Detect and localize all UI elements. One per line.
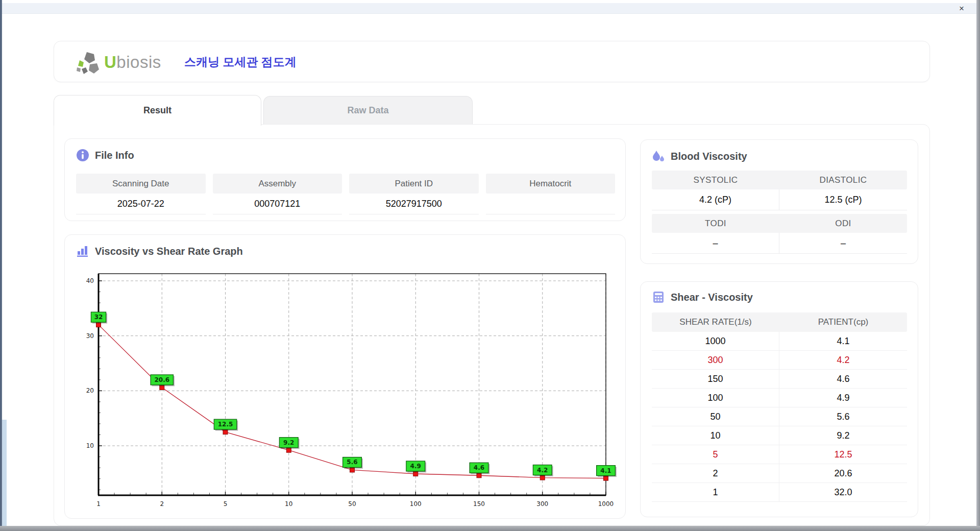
- file-info-title-row: File Info: [76, 149, 134, 162]
- shear-table-row: 109.2: [652, 426, 907, 445]
- point-label-text: 4.6: [474, 464, 484, 471]
- tab-raw-data[interactable]: Raw Data: [263, 96, 473, 125]
- blood-viscosity-value-row: ––: [652, 233, 907, 254]
- file-info-title: File Info: [95, 150, 134, 161]
- patient-viscosity-cell: 12.5: [779, 445, 907, 464]
- logo-letters-rest: biosis: [116, 53, 161, 71]
- viscosity-chart: 12510501001503001000102030403220.612.59.…: [79, 267, 615, 512]
- window-titlebar: ×: [2, 3, 976, 14]
- result-panel: File Info Scanning Date2025-07-22Assembl…: [54, 124, 930, 526]
- file-info-field-value: 52027917500: [349, 194, 479, 214]
- shear-rate-cell: 150: [652, 370, 779, 388]
- point-label-text: 20.6: [154, 376, 169, 383]
- patient-viscosity-cell: 5.6: [779, 407, 907, 426]
- patient-viscosity-cell: 32.0: [779, 483, 907, 501]
- y-tick-label: 10: [86, 442, 94, 449]
- shear-table-row: 10004.1: [652, 332, 907, 351]
- file-info-field: Assembly000707121: [213, 174, 342, 214]
- blood-viscosity-card: Blood Viscosity SYSTOLICDIASTOLIC4.2 (cP…: [640, 139, 918, 264]
- tab-result[interactable]: Result: [54, 95, 261, 126]
- point-label-text: 32: [94, 313, 103, 321]
- shear-rate-cell: 1: [652, 483, 779, 501]
- patient-viscosity-cell: 4.9: [779, 389, 907, 407]
- shear-table-row: 3004.2: [652, 351, 907, 370]
- blood-viscosity-value-row: 4.2 (cP)12.5 (cP): [652, 189, 907, 210]
- file-info-field-value: 2025-07-22: [76, 194, 206, 214]
- blood-drop-icon: [652, 150, 665, 163]
- y-tick-label: 40: [86, 277, 94, 284]
- x-tick-label: 100: [410, 500, 422, 508]
- file-info-fields: Scanning Date2025-07-22Assembly000707121…: [76, 174, 615, 214]
- x-tick-label: 1000: [598, 500, 614, 508]
- blood-viscosity-label: DIASTOLIC: [779, 171, 907, 189]
- file-info-field: Patient ID52027917500: [349, 174, 479, 214]
- app-title: 스캐닝 모세관 점도계: [184, 54, 297, 70]
- patient-column-header: PATIENT(cp): [779, 312, 907, 332]
- x-tick-label: 150: [473, 500, 485, 508]
- patient-viscosity-cell: 20.6: [779, 464, 907, 482]
- window-right-border: [976, 0, 980, 531]
- patient-viscosity-cell: 4.6: [779, 370, 907, 388]
- logo-stones-icon: [76, 50, 103, 75]
- close-icon[interactable]: ×: [956, 4, 967, 13]
- table-calculator-icon: [652, 291, 665, 304]
- y-tick-label: 20: [86, 387, 94, 394]
- file-info-field-value: 000707121: [213, 194, 342, 214]
- file-info-card: File Info Scanning Date2025-07-22Assembl…: [64, 138, 626, 221]
- header-card: Ubiosis 스캐닝 모세관 점도계: [54, 41, 930, 82]
- shear-table-row: 220.6: [652, 464, 907, 483]
- shear-viscosity-title: Shear - Viscosity: [671, 292, 753, 303]
- y-tick-label: 30: [86, 332, 94, 340]
- file-info-field-label: Hematocrit: [486, 174, 616, 194]
- blood-viscosity-value: –: [779, 233, 907, 253]
- x-tick-label: 10: [285, 500, 292, 508]
- shear-table-row: 1004.9: [652, 389, 907, 407]
- shear-rate-cell: 5: [652, 445, 779, 464]
- point-label-text: 5.6: [347, 458, 357, 466]
- x-tick-label: 1: [96, 500, 101, 508]
- blood-viscosity-value: 4.2 (cP): [652, 189, 779, 210]
- blood-viscosity-label: SYSTOLIC: [652, 171, 779, 189]
- x-tick-label: 300: [536, 500, 548, 508]
- shear-table-row: 512.5: [652, 445, 907, 464]
- point-label-text: 4.9: [410, 463, 421, 470]
- logo-letter-u: U: [104, 53, 116, 71]
- blood-viscosity-label: TODI: [652, 214, 779, 233]
- window-bottom-border: [0, 526, 980, 531]
- file-info-field: Hematocrit: [486, 174, 616, 214]
- point-label-text: 12.5: [218, 421, 233, 428]
- point-label-text: 9.2: [283, 439, 294, 446]
- blood-viscosity-value: 12.5 (cP): [779, 189, 907, 210]
- shear-table-row: 132.0: [652, 483, 907, 502]
- blood-viscosity-label: ODI: [779, 214, 907, 233]
- shear-table-body: 10004.13004.21504.61004.9505.6109.2512.5…: [652, 332, 907, 502]
- blood-viscosity-title: Blood Viscosity: [671, 151, 747, 162]
- graph-title-row: Viscosity vs Shear Rate Graph: [76, 245, 243, 258]
- shear-rate-cell: 300: [652, 351, 779, 369]
- patient-viscosity-cell: 9.2: [779, 426, 907, 445]
- patient-viscosity-cell: 4.2: [779, 351, 907, 369]
- shear-rate-cell: 10: [652, 426, 779, 445]
- shear-rate-cell: 50: [652, 407, 779, 426]
- shear-rate-cell: 100: [652, 389, 779, 407]
- x-tick-label: 2: [160, 500, 164, 508]
- x-tick-label: 5: [224, 500, 228, 508]
- blood-viscosity-header-row: TODIODI: [652, 214, 907, 233]
- file-info-field-label: Scanning Date: [76, 174, 206, 194]
- file-info-field-label: Assembly: [213, 174, 342, 194]
- point-label-text: 4.2: [537, 467, 548, 474]
- shear-rate-column-header: SHEAR RATE(1/s): [652, 312, 779, 332]
- info-icon: [76, 149, 89, 162]
- shear-table-row: 505.6: [652, 407, 907, 426]
- shear-viscosity-title-row: Shear - Viscosity: [652, 291, 753, 304]
- logo-text: Ubiosis: [104, 53, 161, 72]
- file-info-field: Scanning Date2025-07-22: [76, 174, 206, 214]
- blood-viscosity-header-row: SYSTOLICDIASTOLIC: [652, 171, 907, 189]
- shear-table-row: 1504.6: [652, 370, 907, 389]
- shear-rate-cell: 1000: [652, 332, 779, 350]
- brand-logo: Ubiosis: [76, 50, 161, 75]
- blood-viscosity-grid: SYSTOLICDIASTOLIC4.2 (cP)12.5 (cP)TODIOD…: [652, 171, 907, 257]
- x-tick-label: 50: [348, 500, 356, 508]
- point-label-text: 4.1: [600, 467, 611, 474]
- window-left-accent: [2, 420, 7, 526]
